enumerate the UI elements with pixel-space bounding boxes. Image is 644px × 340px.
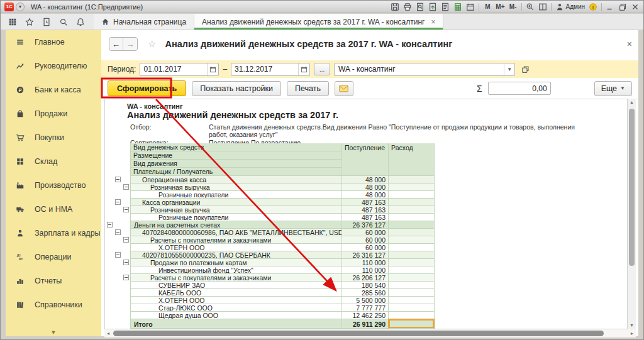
restore-icon[interactable]: [618, 2, 627, 11]
table-row[interactable]: Розничные покупатели487 163: [105, 214, 435, 221]
sidebar-item-11[interactable]: Справочники: [6, 293, 101, 317]
expense-cell[interactable]: [389, 297, 435, 304]
expense-cell[interactable]: [389, 214, 435, 221]
save-icon[interactable]: [391, 2, 399, 11]
close-icon[interactable]: [631, 2, 640, 11]
sidebar-more-icon[interactable]: ▼: [6, 329, 101, 336]
sum-field[interactable]: [488, 82, 551, 95]
document-icon[interactable]: [441, 2, 450, 11]
collapse-minus-icon[interactable]: [115, 229, 121, 235]
apps-grid-icon[interactable]: [8, 18, 17, 26]
expense-cell[interactable]: [389, 184, 435, 191]
collapse-minus-icon[interactable]: [123, 275, 129, 280]
expense-cell[interactable]: [389, 229, 435, 236]
table-row[interactable]: Розничные покупатели48 000: [105, 191, 435, 199]
vertical-scroll-thumb[interactable]: [629, 109, 635, 266]
table-row[interactable]: Операционная касса48 000: [105, 176, 435, 184]
sidebar-item-4[interactable]: Покупки: [6, 126, 101, 150]
table-row[interactable]: Щедрая душа ООО12 462 250: [105, 312, 435, 319]
favorites-star-icon[interactable]: [25, 18, 34, 26]
organization-select[interactable]: WA - консалтинг ▼: [334, 63, 515, 76]
sidebar-item-9[interactable]: ДтКтОперации: [6, 245, 101, 269]
collapse-minus-icon[interactable]: [123, 207, 129, 212]
tab-home[interactable]: Начальная страница: [94, 14, 194, 30]
table-row[interactable]: Розничная выручка487 163: [105, 206, 435, 214]
sidebar-item-2[interactable]: ₽Банк и касса: [6, 78, 101, 102]
table-row[interactable]: Розничная выручка48 000: [105, 184, 435, 191]
sidebar-item-5[interactable]: Склад: [6, 150, 101, 173]
calendar-icon[interactable]: [298, 63, 309, 75]
scroll-up-icon[interactable]: ▲: [628, 99, 636, 106]
expense-cell[interactable]: [389, 176, 435, 184]
info-icon[interactable]: i: [589, 2, 597, 11]
generate-button[interactable]: Сформировать: [108, 80, 186, 96]
send-icon[interactable]: [428, 2, 437, 11]
expense-cell[interactable]: [389, 206, 435, 214]
collapse-minus-icon[interactable]: [115, 177, 121, 182]
open-organization-icon[interactable]: [519, 63, 531, 75]
expense-cell[interactable]: [389, 199, 435, 206]
tab-report[interactable]: Анализ движений денежных средств за 2017…: [194, 14, 443, 30]
scroll-right-icon[interactable]: ►: [628, 329, 636, 337]
print-icon[interactable]: [403, 2, 412, 11]
minimize-icon[interactable]: [606, 2, 614, 11]
calendar-icon[interactable]: [466, 2, 475, 11]
expense-cell[interactable]: [389, 221, 435, 229]
collapse-minus-icon[interactable]: [115, 199, 121, 205]
user-menu[interactable]: Админ: [555, 2, 586, 11]
collapse-minus-icon[interactable]: [107, 222, 113, 228]
table-row[interactable]: Расчеты с покупателями и заказчиками26 2…: [105, 274, 435, 282]
notifications-bell-icon[interactable]: [76, 18, 85, 26]
expense-cell[interactable]: [389, 191, 435, 199]
sidebar-item-8[interactable]: Зарплата и кадры: [6, 221, 101, 245]
zoom-icon[interactable]: [526, 2, 535, 11]
memory-button-1[interactable]: M+: [496, 2, 504, 11]
collapse-minus-icon[interactable]: [123, 184, 129, 190]
expense-cell[interactable]: [389, 274, 435, 282]
mail-button[interactable]: [335, 81, 353, 96]
table-row[interactable]: СУВЕНИР ЗАО180 540: [105, 282, 435, 289]
sidebar-item-1[interactable]: Руководителю: [6, 54, 101, 78]
memory-button-2[interactable]: M-: [509, 2, 518, 11]
selected-cell[interactable]: [389, 319, 435, 329]
table-row[interactable]: Расчеты с покупателями и заказчиками60 0…: [105, 236, 435, 244]
table-row[interactable]: Касса организации487 163: [105, 199, 435, 206]
horizontal-scroll-thumb[interactable]: [113, 331, 604, 336]
sidebar-item-3[interactable]: Продажи: [6, 102, 101, 126]
collapse-minus-icon[interactable]: [123, 237, 129, 243]
expense-cell[interactable]: [389, 312, 435, 319]
horizontal-scrollbar[interactable]: ◄ ►: [104, 329, 636, 337]
vertical-scrollbar[interactable]: ▲ ▼: [628, 99, 636, 329]
table-row[interactable]: Деньги на расчетных счетах26 376 127: [105, 221, 435, 229]
scroll-left-icon[interactable]: ◄: [104, 329, 112, 337]
history-icon[interactable]: [42, 18, 51, 26]
calendar-icon[interactable]: [207, 63, 218, 75]
expense-cell[interactable]: [389, 282, 435, 289]
expense-cell[interactable]: [389, 244, 435, 251]
table-row[interactable]: Итого26 911 290: [105, 319, 435, 329]
back-button[interactable]: ←: [109, 38, 123, 50]
chevron-down-icon[interactable]: ▼: [504, 63, 514, 75]
sidebar-item-6[interactable]: Производство: [6, 173, 101, 197]
table-row[interactable]: Х.ОТЕРН ООО5 500 000: [105, 297, 435, 304]
expense-cell[interactable]: [389, 236, 435, 244]
period-to-field[interactable]: 31.12.2017: [231, 63, 310, 76]
sidebar-item-10[interactable]: Отчеты: [6, 269, 101, 293]
settings-button[interactable]: Показать настройки: [192, 81, 281, 96]
more-button[interactable]: Еще ▼: [594, 81, 632, 96]
favorite-star-icon[interactable]: ☆: [148, 38, 156, 50]
split-columns-icon[interactable]: [538, 2, 547, 11]
sidebar-item-7[interactable]: ОС и НМА: [6, 197, 101, 221]
table-row[interactable]: 40702840800000060986, ПАО АКБ "МЕТАЛЛИНВ…: [105, 229, 435, 236]
expense-cell[interactable]: [389, 289, 435, 297]
close-form-icon[interactable]: ×: [627, 39, 632, 49]
print-button[interactable]: Печать: [287, 81, 329, 96]
expense-cell[interactable]: [389, 259, 435, 266]
collapse-minus-icon[interactable]: [115, 252, 121, 258]
period-from-field[interactable]: 01.01.2017: [140, 63, 219, 76]
close-tab-icon[interactable]: ×: [431, 18, 435, 26]
table-row[interactable]: Продажи по платежным картам110 000: [105, 259, 435, 266]
forward-button[interactable]: →: [123, 38, 137, 50]
print-preview-icon[interactable]: [416, 2, 425, 11]
expense-cell[interactable]: [389, 304, 435, 312]
